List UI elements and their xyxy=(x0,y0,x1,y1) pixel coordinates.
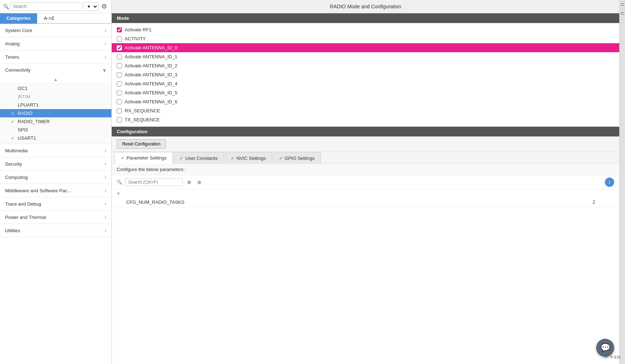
mode-item-antenna-4[interactable]: Activate ANTENNA_ID_4 xyxy=(112,79,619,88)
param-name: CFG_NUM_RADIO_TASKS xyxy=(126,199,593,205)
sidebar-item-middleware[interactable]: Middleware and Software Pac... › xyxy=(0,184,111,197)
chevron-right-icon: › xyxy=(105,41,106,46)
sidebar-item-utilities[interactable]: Utilities › xyxy=(0,224,111,237)
sidebar-item-connectivity[interactable]: Connectivity ∨ xyxy=(0,64,111,76)
chevron-right-icon: › xyxy=(105,27,106,33)
chevron-down-icon: ∨ xyxy=(103,67,106,73)
sidebar-item-power-thermal[interactable]: Power and Thermal › xyxy=(0,211,111,224)
checkbox-antenna-1[interactable] xyxy=(117,54,122,59)
mode-item-antenna-5[interactable]: Activate ANTENNA_ID_5 xyxy=(112,88,619,97)
sidebar-item-spi3[interactable]: SPI3 xyxy=(0,126,111,134)
tab-bar: Categories A->Z xyxy=(0,13,111,24)
sidebar-item-label: Multimedia xyxy=(5,148,28,153)
search-input[interactable] xyxy=(10,2,82,11)
mode-item-antenna-0[interactable]: Activate ANTENNA_ID_0 xyxy=(112,43,619,52)
checkbox-activity[interactable] xyxy=(117,36,122,41)
tab-az[interactable]: A->Z xyxy=(37,13,61,24)
sidebar-item-usart1[interactable]: ✓ USART1 xyxy=(0,134,111,142)
mode-section: Mode Activate RF1 ACTIVITY Activate ANTE… xyxy=(112,13,619,127)
chevron-right-icon: › xyxy=(105,228,106,233)
checkbox-antenna-4[interactable] xyxy=(117,81,122,86)
mode-item-antenna-6[interactable]: Activate ANTENNA_ID_6 xyxy=(112,97,619,106)
chevron-right-icon: › xyxy=(105,148,106,153)
checkbox-antenna-0[interactable] xyxy=(117,45,122,50)
search-prev-button[interactable]: ⊗ xyxy=(186,179,193,186)
tab-label: Parameter Settings xyxy=(127,155,167,161)
tab-check-icon: ✓ xyxy=(231,156,235,161)
param-row: CFG_NUM_RADIO_TASKS 2 xyxy=(112,197,619,207)
mode-item-label: Activate ANTENNA_ID_4 xyxy=(125,81,177,86)
sidebar-item-irtim[interactable]: IRTIM xyxy=(0,93,111,101)
mode-item-label: ACTIVITY xyxy=(125,36,146,41)
config-toolbar: Reset Configuration xyxy=(112,136,619,152)
config-section: Configuration Reset Configuration ✓ Para… xyxy=(112,127,619,364)
conn-item-label: SPI3 xyxy=(18,127,28,132)
mode-item-rx-sequence[interactable]: RX_SEQUENCE xyxy=(112,106,619,115)
param-value: 2 xyxy=(593,199,614,205)
sidebar-item-radio[interactable]: ⚠ RADIO xyxy=(0,109,111,117)
chevron-right-icon: › xyxy=(105,54,106,60)
gear-button[interactable]: ⚙ xyxy=(100,3,108,10)
tab-categories[interactable]: Categories xyxy=(0,13,37,24)
right-panel: U U xyxy=(619,0,625,364)
tab-check-icon: ✓ xyxy=(121,155,125,161)
mode-section-header: Mode xyxy=(112,13,619,23)
sidebar-item-radio-timer[interactable]: ✓ RADIO_TIMER xyxy=(0,117,111,126)
sidebar-item-label: Analog xyxy=(5,41,19,46)
checkbox-tx-sequence[interactable] xyxy=(117,117,122,122)
conn-item-label: I2C1 xyxy=(18,86,27,91)
sidebar-list: System Core › Analog › Timers › Connecti… xyxy=(0,24,111,364)
sidebar-item-multimedia[interactable]: Multimedia › xyxy=(0,144,111,157)
tab-label: NVIC Settings xyxy=(236,156,266,161)
sidebar-item-i2c1[interactable]: I2C1 xyxy=(0,84,111,93)
connectivity-section: Connectivity ∨ ▲ I2C1 IRTIM LPUART1 xyxy=(0,64,111,144)
tab-check-icon: ✓ xyxy=(279,156,283,161)
collapse-arrow[interactable]: ∨ xyxy=(112,189,619,197)
sidebar-item-computing[interactable]: Computing › xyxy=(0,171,111,184)
mode-item-tx-sequence[interactable]: TX_SEQUENCE xyxy=(112,115,619,124)
checkbox-antenna-2[interactable] xyxy=(117,63,122,68)
mode-item-antenna-1[interactable]: Activate ANTENNA_ID_1 xyxy=(112,52,619,61)
search-icon: 🔍 xyxy=(3,4,9,9)
tab-parameter-settings[interactable]: ✓ Parameter Settings xyxy=(115,152,173,164)
tab-user-constants[interactable]: ✓ User Constants xyxy=(173,152,224,164)
mode-item-activity[interactable]: ACTIVITY xyxy=(112,34,619,43)
sidebar-item-trace-debug[interactable]: Trace and Debug › xyxy=(0,197,111,211)
chat-button[interactable]: 💬 xyxy=(596,339,614,357)
mode-item-antenna-3[interactable]: Activate ANTENNA_ID_3 xyxy=(112,70,619,79)
checkbox-antenna-3[interactable] xyxy=(117,72,122,77)
search-dropdown[interactable]: ▼ xyxy=(84,2,98,11)
sidebar-item-analog[interactable]: Analog › xyxy=(0,37,111,50)
config-tabs: ✓ Parameter Settings ✓ User Constants ✓ … xyxy=(112,152,619,164)
sidebar-item-lpuart1[interactable]: LPUART1 xyxy=(0,101,111,109)
search-next-button[interactable]: ⊕ xyxy=(196,179,203,186)
mode-item-label: Activate ANTENNA_ID_1 xyxy=(125,54,177,59)
sidebar-item-label: Utilities xyxy=(5,228,20,233)
sidebar-item-security[interactable]: Security › xyxy=(0,157,111,171)
checkbox-activate-rf1[interactable] xyxy=(117,27,122,32)
tab-check-icon: ✓ xyxy=(179,156,183,161)
right-panel-letter-2[interactable]: U xyxy=(619,9,625,18)
main-content: RADIO Mode and Configuration Mode Activa… xyxy=(112,0,619,364)
mode-item-label: RX_SEQUENCE xyxy=(125,108,160,113)
sidebar-item-timers[interactable]: Timers › xyxy=(0,50,111,64)
status-icon-usart1: ✓ xyxy=(11,136,16,141)
reset-configuration-button[interactable]: Reset Configuration xyxy=(117,139,166,149)
config-body: Configure the below parameters : 🔍 ⊗ ⊕ i… xyxy=(112,164,619,364)
mode-item-label: Activate ANTENNA_ID_3 xyxy=(125,72,177,77)
right-panel-letter-1[interactable]: U xyxy=(619,0,625,9)
sidebar-item-system-core[interactable]: System Core › xyxy=(0,24,111,37)
checkbox-antenna-6[interactable] xyxy=(117,99,122,104)
checkbox-rx-sequence[interactable] xyxy=(117,108,122,113)
info-button[interactable]: i xyxy=(605,177,614,187)
sidebar-item-label: Trace and Debug xyxy=(5,201,41,207)
tab-nvic-settings[interactable]: ✓ NVIC Settings xyxy=(225,152,272,164)
scroll-up-indicator: ▲ xyxy=(0,76,111,83)
mode-item-activate-rf1[interactable]: Activate RF1 xyxy=(112,25,619,34)
mode-item-antenna-2[interactable]: Activate ANTENNA_ID_2 xyxy=(112,61,619,70)
tab-gpio-settings[interactable]: ✓ GPIO Settings xyxy=(273,152,321,164)
mode-item-label: TX_SEQUENCE xyxy=(125,117,160,122)
checkbox-antenna-5[interactable] xyxy=(117,90,122,95)
tab-label: User Constants xyxy=(185,156,218,161)
param-search-input[interactable] xyxy=(125,178,183,186)
